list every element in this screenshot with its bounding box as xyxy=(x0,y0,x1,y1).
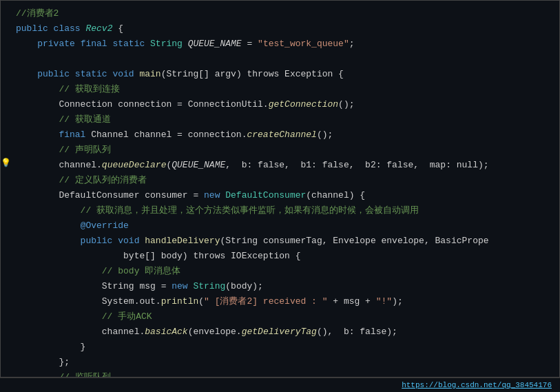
token: handleDelivery xyxy=(145,236,220,246)
token: // 获取通道 xyxy=(16,114,111,125)
token: new xyxy=(172,281,193,291)
code-text: public class Recv2 { xyxy=(10,21,559,37)
footer-link[interactable]: https://blog.csdn.net/qq_38454176 xyxy=(0,378,560,392)
code-text: public void handleDelivery(String consum… xyxy=(10,234,559,249)
line-gutter: 💡 xyxy=(1,158,10,168)
token: Channel channel = connection. xyxy=(91,130,247,140)
token: // 获取到连接 xyxy=(16,84,120,94)
token: channel. xyxy=(16,327,145,337)
token: static xyxy=(75,69,113,79)
code-text: byte[] body) throws IOException { xyxy=(10,249,559,264)
token: println xyxy=(161,296,199,307)
token: public xyxy=(16,23,54,34)
code-line: // 监听队列。 xyxy=(1,370,559,378)
token: DefaultConsumer xyxy=(225,190,306,200)
code-line: // 获取消息，并且处理，这个方法类似事件监听，如果有消息的时候，会被自动调用 xyxy=(1,203,559,218)
token: final xyxy=(81,39,113,49)
token: ( xyxy=(198,296,204,307)
token: @Override xyxy=(81,220,129,231)
token: (channel) { xyxy=(306,190,365,200)
token: // 手动ACK xyxy=(16,311,152,322)
code-text: public static void main(String[] argv) t… xyxy=(10,67,559,82)
token: private xyxy=(16,39,81,49)
token: System.out. xyxy=(16,296,161,307)
code-text: // body 即消息体 xyxy=(10,264,559,279)
code-text: // 手动ACK xyxy=(10,309,559,324)
code-text: channel.basicAck(envelope.getDeliveryTag… xyxy=(10,324,559,340)
token: getDeliveryTag xyxy=(242,327,317,337)
token: }; xyxy=(16,357,70,367)
token: String msg = xyxy=(16,281,172,291)
token: (envelope. xyxy=(188,327,242,337)
token: new xyxy=(204,190,225,200)
code-line: DefaultConsumer consumer = new DefaultCo… xyxy=(1,188,559,203)
code-line: } xyxy=(1,340,559,355)
code-line: String msg = new String(body); xyxy=(1,279,559,294)
token: // body 即消息体 xyxy=(16,266,180,276)
code-line: Connection connection = ConnectionUtil.g… xyxy=(1,97,559,112)
code-line: byte[] body) throws IOException { xyxy=(1,249,559,264)
token: "!" xyxy=(376,296,392,307)
token: DefaultConsumer consumer = xyxy=(16,190,204,200)
token: QUEUE_NAME xyxy=(172,160,225,170)
bulb-icon: 💡 xyxy=(1,158,11,168)
code-text: String msg = new String(body); xyxy=(10,279,559,294)
token: // 声明队列 xyxy=(16,145,111,155)
code-text: //消费者2 xyxy=(10,6,559,21)
code-line: }; xyxy=(1,355,559,370)
token: + msg + xyxy=(328,296,376,307)
token: //消费者2 xyxy=(16,8,59,19)
token: void xyxy=(118,236,145,246)
code-line: @Override xyxy=(1,218,559,234)
token: queueDeclare xyxy=(102,160,167,170)
code-text: @Override xyxy=(10,218,559,234)
token: final xyxy=(16,130,91,140)
token: QUEUE_NAME xyxy=(188,39,242,49)
code-text: // 获取消息，并且处理，这个方法类似事件监听，如果有消息的时候，会被自动调用 xyxy=(10,203,559,218)
token: main xyxy=(139,69,160,79)
code-text: Connection connection = ConnectionUtil.g… xyxy=(10,97,559,112)
token: (body); xyxy=(225,281,263,291)
token: = xyxy=(242,39,258,49)
token: (); xyxy=(317,130,333,140)
code-line: System.out.println(" [消费者2] received : "… xyxy=(1,294,559,309)
code-text: }; xyxy=(10,355,559,370)
code-line: // body 即消息体 xyxy=(1,264,559,279)
token: Recv2 xyxy=(85,23,112,34)
token: (), b: false); xyxy=(317,327,397,337)
code-line: // 手动ACK xyxy=(1,309,559,324)
token: ); xyxy=(392,296,403,307)
code-text: } xyxy=(10,340,559,355)
code-line: //消费者2 xyxy=(1,6,559,21)
code-text: // 监听队列。 xyxy=(10,370,559,378)
token: // 获取消息，并且处理，这个方法类似事件监听，如果有消息的时候，会被自动调用 xyxy=(16,205,419,216)
code-line: 💡 channel.queueDeclare(QUEUE_NAME, b: fa… xyxy=(1,158,559,173)
token: createChannel xyxy=(247,130,316,140)
token: class xyxy=(54,23,86,34)
code-line: public class Recv2 { xyxy=(1,21,559,37)
code-text: // 获取通道 xyxy=(10,112,559,127)
token: getConnection xyxy=(269,99,338,110)
code-text: // 获取到连接 xyxy=(10,82,559,97)
code-text: DefaultConsumer consumer = new DefaultCo… xyxy=(10,188,559,203)
token: byte[] body) throws IOException { xyxy=(16,251,300,261)
token: public xyxy=(16,236,118,246)
token: { xyxy=(112,23,123,34)
token: basicAck xyxy=(145,327,187,337)
code-text: // 声明队列 xyxy=(10,143,559,158)
code-line xyxy=(1,52,559,67)
token: "test_work_queue" xyxy=(258,39,349,49)
token: } xyxy=(16,342,85,352)
code-text xyxy=(10,52,559,67)
token: public xyxy=(16,69,75,79)
token: " [消费者2] received : " xyxy=(204,296,327,307)
token: static xyxy=(112,39,150,49)
token: String xyxy=(150,39,188,49)
code-line: // 声明队列 xyxy=(1,143,559,158)
token: ; xyxy=(349,39,355,49)
code-text: final Channel channel = connection.creat… xyxy=(10,127,559,143)
token: Connection connection = ConnectionUtil. xyxy=(16,99,269,110)
token: , b: false, b1: false, b2: false, map: n… xyxy=(225,160,488,170)
code-line: channel.basicAck(envelope.getDeliveryTag… xyxy=(1,324,559,340)
code-line: // 定义队列的消费者 xyxy=(1,173,559,188)
